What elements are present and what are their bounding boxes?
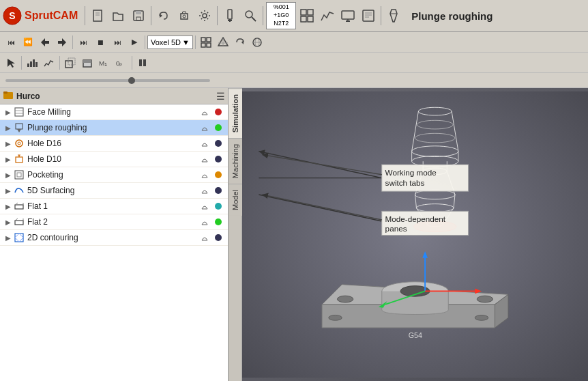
tab-simulation[interactable]: Simulation	[229, 88, 242, 138]
page-title: Plunge roughing	[411, 10, 493, 22]
undo-button[interactable]	[154, 6, 173, 25]
sprutcam-logo-icon: S	[3, 6, 22, 25]
svg-point-112	[329, 315, 342, 320]
list-item[interactable]: ▶ Hole D16	[0, 136, 228, 152]
svg-text:0ₚ: 0ₚ	[116, 59, 122, 67]
skip-start[interactable]: ⏭	[75, 35, 91, 50]
svg-rect-53	[143, 59, 146, 66]
2d-contouring-icon	[14, 232, 25, 243]
voxel-dropdown[interactable]: Voxel 5D ▼	[147, 36, 193, 49]
svg-rect-2	[93, 10, 102, 21]
box-btn1[interactable]	[62, 55, 78, 70]
svg-rect-17	[308, 10, 313, 15]
svg-rect-55	[3, 91, 8, 94]
toolbar-separator-1	[85, 6, 85, 25]
list-item[interactable]: ▶ Pocketing	[0, 167, 228, 183]
svg-rect-45	[35, 62, 38, 67]
svg-point-111	[477, 296, 493, 302]
open-button[interactable]	[108, 6, 128, 25]
list-item[interactable]: ▶ Hole D10	[0, 152, 228, 167]
svg-rect-6	[136, 11, 141, 14]
step-up-right[interactable]	[54, 35, 70, 50]
hole-d16-icon	[14, 138, 25, 149]
item-label: 2D contouring	[27, 233, 198, 242]
svg-point-9	[183, 15, 186, 18]
flat1-icon	[14, 201, 25, 212]
list-item[interactable]: ▶ 5D Surfacing	[0, 183, 228, 199]
list-item[interactable]: ▶ Flat 2	[0, 214, 228, 230]
nozzle-button[interactable]	[384, 6, 403, 25]
progress-slider-thumb[interactable]	[128, 77, 135, 84]
item-label: Face Milling	[27, 107, 198, 117]
settings-button[interactable]	[195, 6, 214, 25]
pause-anim-btn[interactable]	[134, 55, 151, 70]
svg-text:S: S	[9, 10, 15, 21]
svg-marker-28	[41, 38, 49, 46]
graph-button[interactable]	[318, 6, 337, 25]
svg-point-113	[475, 315, 488, 320]
svg-rect-32	[201, 43, 205, 47]
svg-rect-71	[17, 173, 21, 177]
svg-rect-52	[139, 59, 142, 66]
list-item[interactable]: ▶ Face Milling	[0, 104, 228, 120]
svg-rect-43	[30, 61, 32, 67]
step-back-start[interactable]: ⏮	[3, 35, 19, 50]
svg-rect-11	[228, 10, 232, 19]
svg-rect-46	[65, 61, 72, 68]
app-name: SprutCAM	[25, 10, 78, 22]
play-btn[interactable]: ▶	[126, 35, 143, 50]
tree-menu-btn[interactable]: ☰	[216, 91, 225, 102]
grid-button[interactable]	[297, 6, 317, 25]
svg-rect-30	[201, 38, 205, 42]
new-button[interactable]	[88, 6, 107, 25]
camera-button[interactable]	[175, 6, 194, 25]
list-item[interactable]: ▶ Plunge roughing	[0, 120, 228, 136]
grid-icon-btn[interactable]	[198, 35, 214, 50]
item-status-icon	[198, 234, 211, 242]
item-dot	[211, 124, 225, 131]
list-item[interactable]: ▶ Flat 1	[0, 199, 228, 214]
magnify-button[interactable]	[241, 6, 260, 25]
face-milling-icon	[14, 107, 25, 117]
svg-text:panes: panes	[385, 224, 407, 233]
box-btn2[interactable]	[79, 55, 95, 70]
step-up-left[interactable]	[37, 35, 53, 50]
svg-text:G54: G54	[409, 331, 422, 339]
item-status-icon	[198, 108, 211, 116]
svg-rect-33	[207, 43, 211, 47]
tree-content: ▶ Face Milling ▶ Plunge roughing	[0, 104, 228, 381]
list-item[interactable]: ▶ 2D contouring	[0, 230, 228, 246]
save-button[interactable]	[129, 6, 148, 25]
mesh-btn[interactable]	[215, 35, 231, 50]
svg-rect-66	[16, 157, 23, 163]
svg-rect-56	[15, 108, 23, 116]
svg-point-14	[246, 11, 252, 18]
stop-btn[interactable]: ⏹	[92, 35, 108, 50]
line-chart-btn[interactable]	[41, 55, 57, 70]
item-dot	[211, 187, 225, 194]
title-area: Plunge roughing	[405, 10, 585, 22]
sphere-btn[interactable]	[249, 35, 265, 50]
tab-machining[interactable]: Machining	[229, 138, 242, 184]
skip-end[interactable]: ⏭	[109, 35, 126, 50]
item-dot	[211, 218, 225, 225]
cursor-btn[interactable]	[3, 55, 19, 70]
tb-sep-2	[145, 36, 145, 49]
tab-model[interactable]: Model	[229, 184, 242, 216]
item-status-icon	[198, 155, 211, 163]
svg-rect-44	[33, 59, 35, 67]
step-back[interactable]: ⏪	[20, 35, 36, 50]
hole-d10-icon	[14, 154, 25, 165]
svg-rect-42	[27, 63, 29, 67]
m1-btn[interactable]: M₁	[96, 55, 113, 70]
monitor-button[interactable]	[338, 6, 357, 25]
m0-btn[interactable]: 0ₚ	[113, 55, 130, 70]
left-panel: Hurco ☰ ▶ Face Milling ▶	[0, 88, 229, 381]
svg-marker-61	[17, 129, 21, 132]
program-button[interactable]	[359, 6, 378, 25]
tool-button[interactable]	[220, 6, 239, 25]
rotate-btn[interactable]	[232, 35, 248, 50]
bar-chart-btn[interactable]	[24, 55, 40, 70]
svg-marker-41	[8, 59, 15, 68]
svg-rect-47	[68, 58, 75, 65]
